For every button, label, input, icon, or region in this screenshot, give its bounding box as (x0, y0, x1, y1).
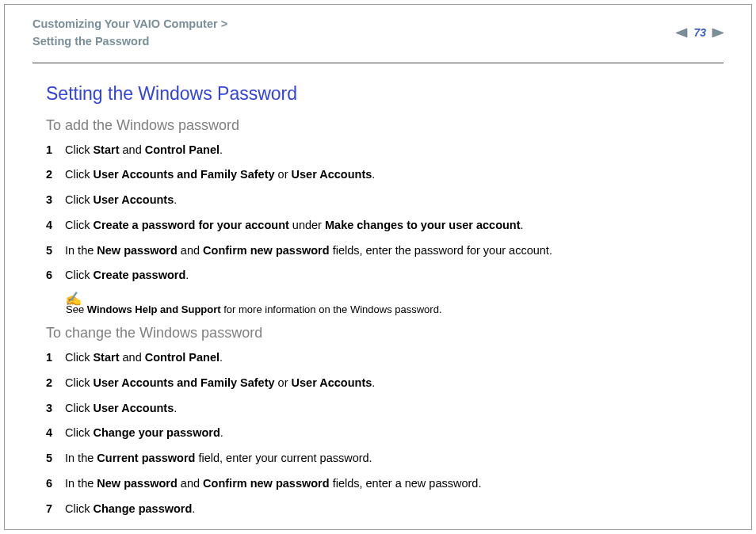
breadcrumb-line1: Customizing Your VAIO Computer > (32, 16, 676, 32)
step-text: Click Create password. (65, 267, 189, 284)
step-item: 4Click Change your password. (46, 425, 724, 442)
note-text-post: for more information on the Windows pass… (221, 303, 442, 315)
step-text: Click User Accounts and Family Safety or… (65, 166, 375, 184)
step-item: 6In the New password and Confirm new pas… (46, 475, 724, 493)
page-frame: Customizing Your VAIO Computer > Setting… (4, 4, 752, 530)
steps-add: 1Click Start and Control Panel.2Click Us… (46, 142, 724, 285)
step-number: 3 (46, 400, 65, 418)
step-text: Click Start and Control Panel. (65, 142, 223, 159)
step-item: 2Click User Accounts and Family Safety o… (46, 166, 724, 184)
step-number: 4 (46, 217, 65, 235)
step-number: 7 (46, 501, 65, 518)
note-text-pre: See (66, 303, 87, 315)
step-item: 3Click User Accounts. (46, 192, 724, 209)
step-item: 7Click Change password. (46, 501, 724, 518)
step-text: Click User Accounts and Family Safety or… (65, 375, 375, 392)
step-number: 5 (46, 450, 65, 467)
step-text: Click Change password. (65, 501, 195, 518)
step-number: 1 (46, 349, 65, 367)
step-item: 1Click Start and Control Panel. (46, 142, 724, 159)
step-item: 5In the New password and Confirm new pas… (46, 242, 724, 260)
page-number: 73 (693, 26, 706, 39)
step-text: Click User Accounts. (65, 192, 177, 209)
page-nav: 73 (676, 26, 724, 39)
prev-page-icon[interactable] (676, 28, 689, 38)
header: Customizing Your VAIO Computer > Setting… (5, 5, 751, 58)
step-text: Click Change your password. (65, 425, 223, 442)
step-number: 1 (46, 142, 65, 159)
step-item: 1Click Start and Control Panel. (46, 349, 724, 367)
step-number: 6 (46, 267, 65, 284)
step-number: 3 (46, 192, 65, 209)
step-item: 2Click User Accounts and Family Safety o… (46, 375, 724, 392)
step-text: Click Create a password for your account… (65, 217, 524, 235)
step-number: 2 (46, 166, 65, 184)
subheading-change: To change the Windows password (46, 325, 724, 341)
step-text: Click User Accounts. (65, 400, 177, 418)
svg-marker-0 (676, 29, 687, 37)
breadcrumb: Customizing Your VAIO Computer > Setting… (32, 16, 676, 50)
step-text: In the Current password field, enter you… (65, 450, 372, 467)
step-number: 2 (46, 375, 65, 392)
step-text: In the New password and Confirm new pass… (65, 475, 481, 493)
step-item: 5In the Current password field, enter yo… (46, 450, 724, 467)
note-text-bold: Windows Help and Support (87, 303, 221, 315)
content: Setting the Windows Password To add the … (5, 63, 751, 518)
step-number: 6 (46, 475, 65, 493)
step-text: Click Start and Control Panel. (65, 349, 223, 367)
step-item: 6Click Create password. (46, 267, 724, 284)
step-number: 4 (46, 425, 65, 442)
next-page-icon[interactable] (711, 28, 724, 38)
step-item: 4Click Create a password for your accoun… (46, 217, 724, 235)
step-text: In the New password and Confirm new pass… (65, 242, 552, 260)
step-item: 3Click User Accounts. (46, 400, 724, 418)
page-title: Setting the Windows Password (46, 83, 724, 105)
note: ✍ See Windows Help and Support for more … (65, 292, 724, 315)
svg-marker-1 (712, 29, 724, 37)
breadcrumb-line2: Setting the Password (32, 33, 676, 49)
steps-change: 1Click Start and Control Panel.2Click Us… (46, 349, 724, 517)
subheading-add: To add the Windows password (46, 117, 724, 134)
step-number: 5 (46, 242, 65, 260)
